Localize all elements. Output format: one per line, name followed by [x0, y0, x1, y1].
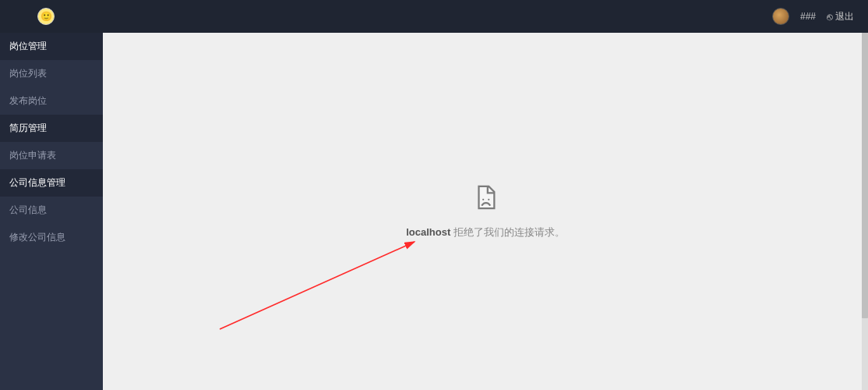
container: 岗位管理 岗位列表 发布岗位 简历管理 岗位申请表 公司信息管理 公司信息 修改… [0, 33, 868, 390]
avatar[interactable] [772, 8, 789, 25]
svg-point-0 [482, 198, 484, 200]
scrollbar-thumb[interactable] [862, 33, 868, 318]
nav-group-resume[interactable]: 简历管理 [0, 115, 103, 142]
nav-group-posts[interactable]: 岗位管理 [0, 33, 103, 60]
nav-item-post-list[interactable]: 岗位列表 [0, 60, 103, 87]
logout-icon: ⎋ [827, 11, 833, 23]
nav-group-company[interactable]: 公司信息管理 [0, 169, 103, 197]
error-message: localhost 拒绝了我们的连接请求。 [406, 225, 565, 239]
username-label: ### [800, 11, 816, 22]
topbar-left: 🙂 [14, 8, 55, 25]
main-content: localhost 拒绝了我们的连接请求。 [103, 33, 868, 390]
sidebar: 岗位管理 岗位列表 发布岗位 简历管理 岗位申请表 公司信息管理 公司信息 修改… [0, 33, 103, 390]
logo-icon[interactable]: 🙂 [37, 8, 55, 25]
nav-item-company-info[interactable]: 公司信息 [0, 197, 103, 224]
logout-button[interactable]: ⎋ 退出 [827, 10, 854, 23]
svg-line-2 [220, 242, 415, 329]
error-host: localhost [406, 226, 450, 238]
nav-item-application-table[interactable]: 岗位申请表 [0, 142, 103, 169]
svg-point-1 [488, 198, 489, 200]
broken-page-icon [472, 184, 499, 213]
nav-item-company-edit[interactable]: 修改公司信息 [0, 224, 103, 251]
vertical-scrollbar[interactable] [862, 33, 868, 390]
topbar: 🙂 ### ⎋ 退出 [0, 0, 868, 33]
nav-item-post-publish[interactable]: 发布岗位 [0, 87, 103, 115]
topbar-right: ### ⎋ 退出 [772, 8, 854, 25]
error-suffix: 拒绝了我们的连接请求。 [450, 226, 565, 238]
logout-label: 退出 [835, 10, 854, 23]
